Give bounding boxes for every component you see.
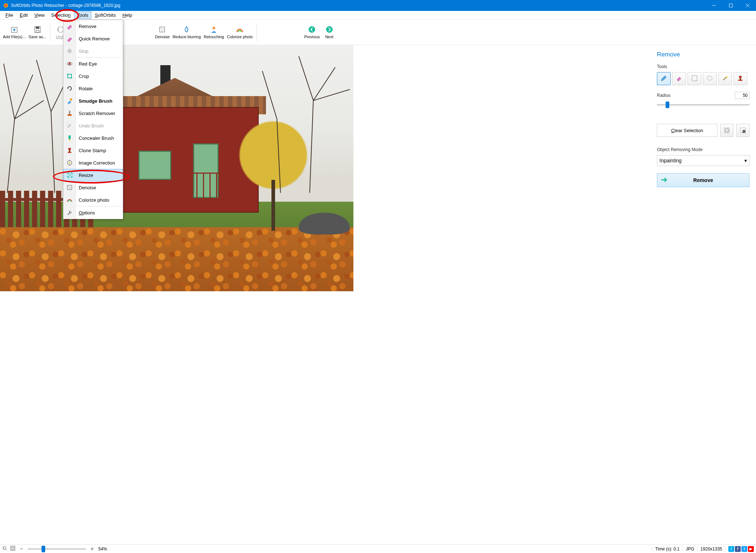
remove-button[interactable]: Remove xyxy=(657,173,749,187)
svg-point-38 xyxy=(70,188,71,189)
radius-slider[interactable] xyxy=(657,104,749,106)
select-all-button[interactable] xyxy=(720,124,733,137)
tools-menu-red-eye[interactable]: Red Eye xyxy=(63,58,123,70)
colorize-photo-label: Colorize photo xyxy=(227,35,253,39)
youtube-icon[interactable]: ▶ xyxy=(748,546,754,552)
menu-item-label: Options xyxy=(79,210,95,216)
svg-point-33 xyxy=(69,162,70,163)
tools-menu-image-correction[interactable]: Image Correction xyxy=(63,157,123,169)
svg-rect-26 xyxy=(69,111,70,114)
svg-point-43 xyxy=(739,76,742,78)
retouching-button[interactable]: Retouching xyxy=(202,21,226,44)
tools-menu-rotate[interactable]: Rotate xyxy=(63,82,123,95)
menu-item-label: Clone Stamp xyxy=(79,148,106,153)
menu-edit[interactable]: Edit xyxy=(16,11,31,19)
menu-help[interactable]: Help xyxy=(119,11,136,19)
panel-title: Remove xyxy=(657,51,749,58)
svg-rect-36 xyxy=(67,185,72,190)
eraser-pink-icon xyxy=(66,35,73,42)
previous-button[interactable]: Previous xyxy=(303,21,321,44)
tool-magic-wand[interactable] xyxy=(718,72,732,85)
denoise-icon xyxy=(158,25,167,34)
svg-point-24 xyxy=(70,98,72,100)
tools-menu-crop[interactable]: Crop xyxy=(63,70,123,82)
right-panel: Remove Tools Radius CClear Selectionlear… xyxy=(650,45,756,544)
save-as-button[interactable]: Save as... xyxy=(27,21,48,44)
svg-rect-44 xyxy=(724,128,729,133)
window-title: SoftOrbits Photo Retoucher - cottage-297… xyxy=(11,3,120,8)
svg-point-19 xyxy=(309,26,315,33)
tool-stamp[interactable] xyxy=(733,72,747,85)
tools-menu-resize[interactable]: Resize xyxy=(63,169,123,181)
zoom-percent: 54% xyxy=(98,546,107,552)
mode-label: Object Removing Mode xyxy=(657,147,749,152)
svg-rect-51 xyxy=(11,546,15,550)
zoom-100-icon[interactable]: 1 xyxy=(2,546,7,552)
menu-selection[interactable]: Selection xyxy=(48,11,74,19)
crop-icon xyxy=(66,72,73,80)
menu-view[interactable]: View xyxy=(31,11,48,19)
minimize-button[interactable] xyxy=(706,0,722,11)
tools-menu-options[interactable]: Options xyxy=(63,206,123,219)
tool-rect-select[interactable] xyxy=(688,72,701,85)
status-time: Time (s): 0.1 xyxy=(655,546,679,552)
menu-softorbits[interactable]: SoftOrbits xyxy=(91,11,119,19)
tools-menu-clone-stamp[interactable]: Clone Stamp xyxy=(63,144,123,157)
tools-menu-smudge-brush[interactable]: Smudge Brush xyxy=(63,95,123,107)
svg-point-21 xyxy=(67,49,72,53)
tools-menu-undo-brush: Undo Brush xyxy=(63,119,123,132)
tools-menu-colorize-photo[interactable]: Colorize photo xyxy=(63,194,123,206)
clear-selection-button[interactable]: CClear Selectionlear Selection xyxy=(657,124,717,137)
radius-input[interactable] xyxy=(735,92,749,99)
maximize-button[interactable] xyxy=(722,0,739,11)
tools-menu-concealer-brush[interactable]: Concealer Brush xyxy=(63,132,123,144)
tool-eraser[interactable] xyxy=(672,72,686,85)
tools-menu-scratch-remover[interactable]: Scratch Remover xyxy=(63,107,123,119)
mode-select[interactable]: Inpainting ▾ xyxy=(657,155,749,166)
reduce-blurring-button[interactable]: Reduce blurring xyxy=(171,21,203,44)
rect-select-icon xyxy=(691,75,698,83)
denoise-icon xyxy=(66,184,73,191)
facebook-icon[interactable]: f xyxy=(735,546,741,552)
svg-rect-11 xyxy=(36,30,39,32)
denoise-button[interactable]: Denoise xyxy=(153,21,171,44)
previous-label: Previous xyxy=(304,35,320,39)
close-button[interactable] xyxy=(739,0,756,11)
scratch-icon xyxy=(66,110,73,117)
tools-menu-quick-remove[interactable]: Quick Remove xyxy=(63,32,123,45)
zoom-out-button[interactable]: − xyxy=(18,546,25,552)
invert-selection-button[interactable] xyxy=(736,124,749,137)
svg-rect-52 xyxy=(12,547,14,549)
tool-pencil[interactable] xyxy=(657,72,671,85)
tool-lasso[interactable] xyxy=(703,72,717,85)
toolbar-separator xyxy=(256,23,257,42)
menu-file[interactable]: File xyxy=(2,11,16,19)
fit-screen-icon[interactable] xyxy=(10,546,15,552)
radius-label: Radius xyxy=(657,93,670,98)
info-icon[interactable]: i xyxy=(728,546,734,552)
zoom-in-button[interactable]: + xyxy=(89,546,95,552)
twitter-icon[interactable]: t xyxy=(741,546,747,552)
tools-menu-denoise[interactable]: Denoise xyxy=(63,181,123,194)
rainbow-icon xyxy=(66,196,73,204)
menu-item-label: Denoise xyxy=(79,185,96,190)
svg-point-18 xyxy=(212,27,215,29)
svg-point-37 xyxy=(68,186,69,187)
pencil-icon xyxy=(660,75,667,83)
status-dimensions: 1920x1335 xyxy=(701,546,722,552)
menu-item-label: Remove xyxy=(79,24,96,29)
tools-menu-remove[interactable]: Remove xyxy=(63,20,123,32)
droplet-icon xyxy=(182,25,191,34)
rainbow-icon xyxy=(235,25,244,34)
remove-button-label: Remove xyxy=(693,177,713,183)
magic-wand-icon xyxy=(721,75,729,83)
svg-point-20 xyxy=(326,26,333,33)
person-icon xyxy=(209,25,218,34)
svg-rect-45 xyxy=(725,129,728,132)
colorize-photo-button[interactable]: Colorize photo xyxy=(226,21,254,44)
zoom-slider[interactable] xyxy=(28,548,86,550)
add-files-button[interactable]: Add File(s)... xyxy=(1,21,27,44)
svg-rect-27 xyxy=(68,135,71,139)
menu-tools[interactable]: Tools xyxy=(74,11,91,19)
next-button[interactable]: Next xyxy=(321,21,337,44)
